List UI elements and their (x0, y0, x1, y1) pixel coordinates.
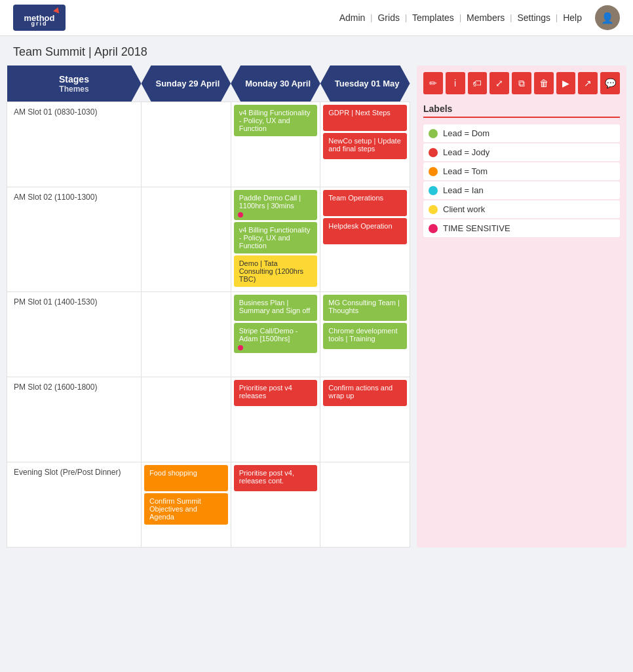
row-label-3: PM Slot 02 (1600-1800) (7, 377, 142, 462)
nav-settings[interactable]: Settings (517, 12, 550, 23)
sunday-label: Sunday 29 April (156, 79, 220, 88)
card-r2-c2-0[interactable]: MG Consulting Team | Thoughts (323, 295, 407, 321)
label-text: Client work (443, 204, 485, 214)
label-color-dot (429, 129, 438, 138)
grid-cell-r0-c0 (142, 102, 231, 187)
nav-links: Admin | Grids | Templates | Members | Se… (339, 5, 620, 30)
info-button[interactable]: i (446, 72, 465, 94)
grid-cell-r2-c2: MG Consulting Team | ThoughtsChrome deve… (320, 292, 410, 377)
card-r4-c1-0[interactable]: Prioritise post v4, releases cont. (234, 465, 318, 491)
col-header-tue: Tuesday 01 May (320, 65, 410, 102)
labels-section: Labels Lead = DomLead = JodyLead = TomLe… (423, 103, 620, 237)
stage-header: Stages Themes (7, 65, 142, 102)
label-color-dot (429, 186, 438, 195)
label-color-dot (429, 205, 438, 214)
themes-label: Themes (15, 84, 134, 94)
col-header-sun: Sunday 29 April (142, 65, 231, 102)
topnav: method grid Admin | Grids | Templates | … (0, 0, 633, 36)
col-header-mon: Monday 30 April (231, 65, 320, 102)
user-avatar[interactable]: 👤 (595, 5, 620, 30)
edit-button[interactable]: ✏ (423, 72, 443, 94)
card-dot-icon (238, 212, 243, 217)
label-text: Lead = Ian (443, 185, 484, 195)
labels-title: Labels (423, 103, 620, 118)
label-item-4[interactable]: Client work (423, 200, 620, 218)
logo-subtitle: grid (31, 20, 48, 27)
card-r2-c1-0[interactable]: Business Plan | Summary and Sign off (234, 295, 318, 321)
label-item-5[interactable]: TIME SENSITIVE (423, 219, 620, 237)
tag-button[interactable]: 🏷 (468, 72, 488, 94)
card-r1-c2-0[interactable]: Team Operations (323, 190, 407, 216)
grid-cell-r2-c1: Business Plan | Summary and Sign offStri… (231, 292, 320, 377)
monday-header: Monday 30 April (231, 65, 320, 102)
grid-cell-r0-c1: v4 Billing Functionality - Policy, UX an… (231, 102, 320, 187)
main-layout: Stages Themes Sunday 29 April Monday 30 … (0, 65, 633, 554)
tuesday-header: Tuesday 01 May (320, 65, 410, 102)
toolbar-row: ✏ i 🏷 ⤢ ⧉ 🗑 ▶ ↗ 💬 (423, 72, 620, 94)
card-r1-c1-0[interactable]: Paddle Demo Call | 1100hrs | 30mins (234, 190, 318, 220)
label-color-dot (429, 167, 438, 176)
card-r4-c0-1[interactable]: Confirm Summit Objectives and Agenda (144, 493, 228, 525)
nav-help[interactable]: Help (563, 12, 582, 23)
label-item-3[interactable]: Lead = Ian (423, 181, 620, 199)
label-text: TIME SENSITIVE (443, 223, 510, 233)
grid-cell-r0-c2: GDPR | Next StepsNewCo setup | Update an… (320, 102, 410, 187)
grid-cell-r2-c0 (142, 292, 231, 377)
card-r4-c0-0[interactable]: Food shopping (144, 465, 228, 491)
row-label-1: AM Slot 02 (1100-1300) (7, 187, 142, 292)
grid-cell-r1-c0 (142, 187, 231, 292)
comment-button[interactable]: 💬 (600, 72, 620, 94)
logo[interactable]: method grid (13, 5, 66, 31)
play-button[interactable]: ▶ (556, 72, 576, 94)
right-panel: ✏ i 🏷 ⤢ ⧉ 🗑 ▶ ↗ 💬 Labels Lead = DomLead … (417, 65, 626, 548)
card-dot-icon (238, 345, 243, 350)
copy-button[interactable]: ⧉ (512, 72, 531, 94)
page-title: Team Summit | April 2018 (0, 36, 633, 65)
label-item-0[interactable]: Lead = Dom (423, 124, 620, 142)
tuesday-label: Tuesday 01 May (335, 79, 400, 88)
grid-cell-r4-c2 (320, 462, 410, 548)
grid-cell-r1-c2: Team OperationsHelpdesk Operation (320, 187, 410, 292)
grid-cell-r3-c2: Confirm actions and wrap up (320, 377, 410, 462)
card-r0-c1-0[interactable]: v4 Billing Functionality - Policy, UX an… (234, 105, 318, 136)
card-r1-c2-1[interactable]: Helpdesk Operation (323, 218, 407, 244)
label-color-dot (429, 148, 438, 157)
monday-label: Monday 30 April (245, 79, 311, 88)
grid-cell-r1-c1: Paddle Demo Call | 1100hrs | 30minsv4 Bi… (231, 187, 320, 292)
share-button[interactable]: ↗ (578, 72, 598, 94)
col-header-stage: Stages Themes (7, 65, 142, 102)
card-r0-c2-0[interactable]: GDPR | Next Steps (323, 105, 407, 131)
nav-grids[interactable]: Grids (377, 12, 399, 23)
row-label-2: PM Slot 01 (1400-1530) (7, 292, 142, 377)
expand-button[interactable]: ⤢ (489, 72, 509, 94)
grid-cell-r3-c0 (142, 377, 231, 462)
label-color-dot (429, 224, 438, 233)
card-r3-c1-0[interactable]: Prioritise post v4 releases (234, 380, 318, 406)
grid-area: Stages Themes Sunday 29 April Monday 30 … (7, 65, 410, 548)
grid-cell-r4-c0: Food shoppingConfirm Summit Objectives a… (142, 462, 231, 548)
delete-button[interactable]: 🗑 (534, 72, 554, 94)
label-text: Lead = Tom (443, 166, 488, 176)
card-r1-c1-2[interactable]: Demo | Tata Consulting (1200hrs TBC) (234, 255, 318, 287)
label-text: Lead = Jody (443, 147, 489, 157)
card-r2-c1-1[interactable]: Stripe Call/Demo - Adam [1500hrs] (234, 323, 318, 353)
card-r2-c2-1[interactable]: Chrome development tools | Training (323, 323, 407, 349)
label-item-1[interactable]: Lead = Jody (423, 143, 620, 161)
row-label-4: Evening Slot (Pre/Post Dinner) (7, 462, 142, 548)
nav-members[interactable]: Members (467, 12, 505, 23)
label-item-2[interactable]: Lead = Tom (423, 162, 620, 180)
card-r0-c2-1[interactable]: NewCo setup | Update and final steps (323, 133, 407, 159)
grid-cell-r3-c1: Prioritise post v4 releases (231, 377, 320, 462)
sunday-header: Sunday 29 April (142, 65, 231, 102)
grid-cell-r4-c1: Prioritise post v4, releases cont. (231, 462, 320, 548)
label-text: Lead = Dom (443, 128, 489, 138)
row-label-0: AM Slot 01 (0830-1030) (7, 102, 142, 187)
nav-templates[interactable]: Templates (412, 12, 454, 23)
card-r1-c1-1[interactable]: v4 Billing Functionality - Policy, UX an… (234, 222, 318, 253)
grid-table: Stages Themes Sunday 29 April Monday 30 … (7, 65, 410, 548)
labels-list: Lead = DomLead = JodyLead = TomLead = Ia… (423, 124, 620, 237)
nav-admin[interactable]: Admin (339, 12, 366, 23)
card-r3-c2-0[interactable]: Confirm actions and wrap up (323, 380, 407, 406)
stages-label: Stages (15, 74, 134, 84)
